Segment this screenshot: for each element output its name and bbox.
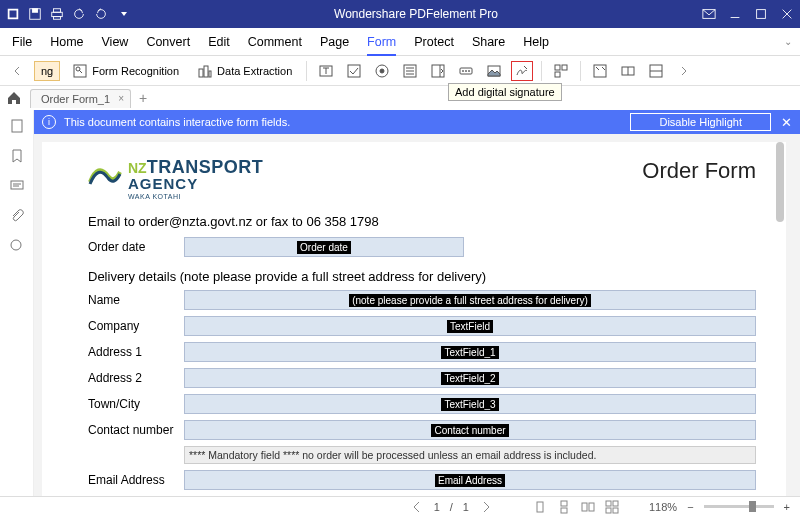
edit-ng-button[interactable]: ng: [34, 61, 60, 81]
print-icon[interactable]: [50, 7, 64, 21]
banner-close-icon[interactable]: ✕: [781, 115, 792, 130]
svg-rect-17: [209, 71, 211, 77]
close-icon[interactable]: [780, 7, 794, 21]
tab-add-icon[interactable]: +: [139, 90, 147, 106]
attachments-icon[interactable]: [9, 208, 25, 224]
tool-b-icon[interactable]: [617, 61, 639, 81]
menu-page[interactable]: Page: [320, 35, 349, 49]
menu-comment[interactable]: Comment: [248, 35, 302, 49]
svg-rect-4: [54, 9, 61, 13]
home-icon[interactable]: [6, 90, 22, 106]
menubar-collapse-icon[interactable]: ⌄: [784, 36, 792, 47]
zoom-out-icon[interactable]: −: [687, 501, 693, 513]
info-icon: i: [42, 115, 56, 129]
town-field[interactable]: TextField_3: [184, 394, 756, 414]
address1-field[interactable]: TextField_1: [184, 342, 756, 362]
svg-point-32: [466, 70, 467, 71]
name-placeholder: (note please provide a full street addre…: [349, 294, 591, 307]
image-field-icon[interactable]: [483, 61, 505, 81]
logo-line2: AGENCY: [128, 176, 263, 191]
svg-rect-50: [561, 501, 567, 506]
logo-line1: TRANSPORT: [147, 157, 264, 177]
tool-c-icon[interactable]: [645, 61, 667, 81]
svg-rect-1: [10, 11, 17, 18]
menu-help[interactable]: Help: [523, 35, 549, 49]
qat-dropdown-icon[interactable]: [116, 7, 130, 21]
email-field[interactable]: Email Address: [184, 470, 756, 490]
zoom-in-icon[interactable]: +: [784, 501, 790, 513]
combo-box-icon[interactable]: [399, 61, 421, 81]
svg-rect-55: [613, 501, 618, 506]
menu-home[interactable]: Home: [50, 35, 83, 49]
tool-a-icon[interactable]: [589, 61, 611, 81]
address2-label: Address 2: [88, 371, 184, 385]
vertical-scrollbar[interactable]: [776, 142, 784, 222]
svg-rect-57: [613, 508, 618, 513]
checkbox-icon[interactable]: [343, 61, 365, 81]
menu-file[interactable]: File: [12, 35, 32, 49]
svg-line-14: [79, 70, 82, 73]
thumbnails-icon[interactable]: [9, 118, 25, 134]
menu-view[interactable]: View: [102, 35, 129, 49]
email-instruction: Email to order@nzta.govt.nz or fax to 06…: [88, 214, 756, 229]
tab-close-icon[interactable]: ×: [118, 93, 124, 104]
ribbon-scroll-left-icon[interactable]: [6, 61, 28, 81]
pdf-page: NZTRANSPORT AGENCY WAKA KOTAHI Order For…: [42, 142, 786, 496]
page-sep: /: [450, 501, 453, 513]
form-recognition-button[interactable]: Form Recognition: [66, 60, 185, 82]
minimize-icon[interactable]: [728, 7, 742, 21]
form-title: Order Form: [642, 158, 756, 184]
logo-prefix: NZ: [128, 160, 147, 176]
menu-form[interactable]: Form: [367, 35, 396, 56]
contact-field[interactable]: Contact number: [184, 420, 756, 440]
search-icon[interactable]: [9, 238, 25, 254]
button-icon[interactable]: [455, 61, 477, 81]
svg-rect-3: [32, 9, 37, 13]
address2-field[interactable]: TextField_2: [184, 368, 756, 388]
menu-convert[interactable]: Convert: [146, 35, 190, 49]
ribbon-scroll-right-icon[interactable]: [673, 61, 695, 81]
form-align-icon[interactable]: [550, 61, 572, 81]
svg-rect-53: [589, 503, 594, 511]
text-field-icon[interactable]: [315, 61, 337, 81]
company-field[interactable]: TextField: [184, 316, 756, 336]
document-tabbar: Order Form_1 × +: [0, 86, 800, 110]
view-continuous-icon[interactable]: [557, 500, 571, 514]
view-two-cont-icon[interactable]: [605, 500, 619, 514]
page-prev-icon[interactable]: [410, 500, 424, 514]
company-placeholder: TextField: [447, 320, 493, 333]
comments-icon[interactable]: [9, 178, 25, 194]
page-next-icon[interactable]: [479, 500, 493, 514]
svg-rect-45: [11, 181, 23, 189]
ribbon-separator: [306, 61, 307, 81]
order-date-field[interactable]: Order date: [184, 237, 464, 257]
undo-icon[interactable]: [72, 7, 86, 21]
address2-placeholder: TextField_2: [441, 372, 498, 385]
maximize-icon[interactable]: [754, 7, 768, 21]
menu-share[interactable]: Share: [472, 35, 505, 49]
save-icon[interactable]: [28, 7, 42, 21]
name-field[interactable]: (note please provide a full street addre…: [184, 290, 756, 310]
menu-protect[interactable]: Protect: [414, 35, 454, 49]
list-box-icon[interactable]: [427, 61, 449, 81]
address1-placeholder: TextField_1: [441, 346, 498, 359]
zoom-slider[interactable]: [704, 505, 774, 508]
svg-rect-38: [555, 72, 560, 77]
svg-rect-56: [606, 508, 611, 513]
svg-rect-51: [561, 508, 567, 513]
menu-edit[interactable]: Edit: [208, 35, 230, 49]
view-single-icon[interactable]: [533, 500, 547, 514]
bookmarks-icon[interactable]: [9, 148, 25, 164]
radio-icon[interactable]: [371, 61, 393, 81]
document-tab[interactable]: Order Form_1 ×: [30, 89, 131, 108]
view-two-icon[interactable]: [581, 500, 595, 514]
svg-rect-5: [52, 12, 63, 16]
svg-rect-9: [757, 10, 766, 19]
mail-icon[interactable]: [702, 7, 716, 21]
data-extraction-button[interactable]: Data Extraction: [191, 60, 298, 82]
disable-highlight-button[interactable]: Disable Highlight: [630, 113, 771, 131]
redo-icon[interactable]: [94, 7, 108, 21]
svg-rect-6: [54, 17, 61, 20]
svg-point-48: [11, 240, 21, 250]
digital-signature-icon[interactable]: [511, 61, 533, 81]
